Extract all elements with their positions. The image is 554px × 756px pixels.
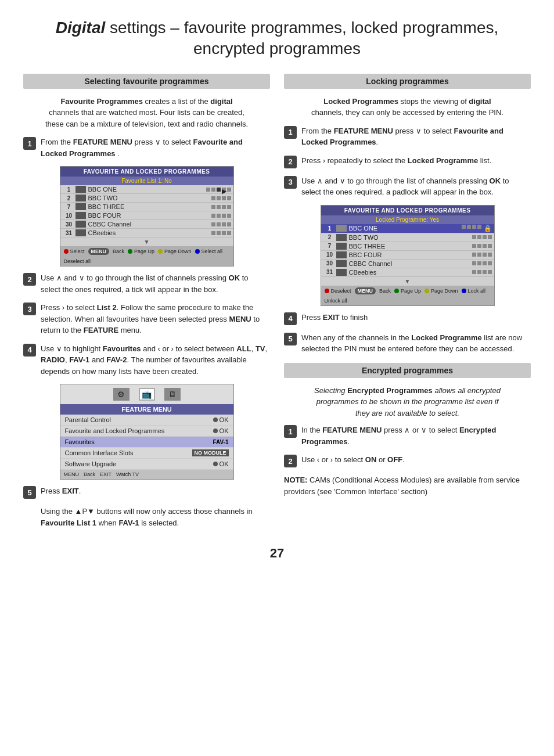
lock-step-num-2: 2 (284, 156, 297, 168)
page-number: 27 (23, 546, 531, 561)
step-num-5: 5 (23, 486, 36, 499)
right-intro: Locked Programmes stops the viewing of d… (284, 96, 531, 118)
step-num-3: 3 (23, 303, 36, 315)
menu-row-software: Software Upgrade OK (60, 459, 233, 470)
fav-row-7: 7 BBC THREE (60, 203, 233, 211)
right-step-4: 4 Press EXIT to finish (284, 312, 531, 325)
lock-step-text-2: Press › repeatedly to select the Locked … (301, 155, 491, 167)
locked-scroll-down: ▼ (321, 277, 494, 286)
lock-step-num-3: 3 (284, 176, 297, 189)
lock-step-text-3: Use ∧ and ∨ to go through the list of ch… (301, 175, 531, 198)
left-step-1: 1 From the FEATURE MENU press ∨ to selec… (23, 136, 270, 159)
locked-row-30: 30 CBBC Channel (321, 260, 494, 268)
intro-bold2: digital (210, 97, 232, 106)
lock-step-num-1: 1 (284, 126, 297, 139)
locked-panel-title: FAVOURITE AND LOCKED PROGRAMMES (321, 206, 494, 215)
locked-panel-footer: Deselect MENU Back Page Up Page Down Loc… (321, 286, 494, 305)
enc-step-text-1: In the FEATURE MENU press ∧ or ∨ to sele… (301, 424, 531, 447)
fav-row-31: 31 CBeebies (60, 229, 233, 237)
locked-row-7: 7 BBC THREE (321, 242, 494, 251)
step-text-5: Press EXIT. (41, 485, 81, 497)
feature-menu-panel: ⚙ 📺 🖥 FEATURE MENU Parental Control OK F… (60, 384, 234, 480)
step-num-4: 4 (23, 344, 36, 357)
locked-channel-list: 1 BBC ONE 🔒 2 BBC TWO (321, 224, 494, 286)
lock-step-num-5: 5 (284, 333, 297, 345)
locked-row-31: 31 CBeebies (321, 268, 494, 277)
icon-settings: ⚙ (113, 388, 129, 401)
right-section-header: Locking programmes (284, 74, 531, 89)
left-step-3: 3 Press › to select List 2. Follow the s… (23, 302, 270, 336)
title-bold: Digital (56, 19, 106, 37)
encrypted-section: Encrypted programmes Selecting Encrypted… (284, 363, 531, 498)
lock-step-text-4: Press EXIT to finish (301, 312, 368, 323)
right-step-5: 5 When any of the channels in the Locked… (284, 332, 531, 355)
left-section-header: Selecting favourite programmes (23, 74, 270, 89)
icon-monitor: 🖥 (164, 388, 181, 401)
lock-step-text-1: From the FEATURE MENU press ∨ to select … (301, 125, 531, 148)
step-text-3: Press › to select List 2. Follow the sam… (41, 302, 270, 336)
enc-step-2: 2 Use ‹ or › to select ON or OFF. (284, 454, 531, 467)
fav-row-10: 10 BBC FOUR (60, 211, 233, 220)
title-rest: settings – favourite programmes, locked … (105, 19, 498, 57)
fav-scroll-down: ▼ (60, 237, 233, 246)
fav-panel-title: FAVOURITE AND LOCKED PROGRAMMES (60, 167, 233, 177)
step-num-2: 2 (23, 273, 36, 286)
fav-row-30: 30 CBBC Channel (60, 220, 233, 229)
fav-channel-list: 1 BBC ONE ▶ 2 BBC TWO (60, 185, 233, 246)
feature-menu-footer: MENU Back EXIT Watch TV (60, 470, 233, 479)
locked-row-10: 10 BBC FOUR (321, 251, 494, 260)
right-step-1: 1 From the FEATURE MENU press ∨ to selec… (284, 125, 531, 148)
right-step-2: 2 Press › repeatedly to select the Locke… (284, 155, 531, 168)
left-intro: Favourite Programmes creates a list of t… (23, 96, 270, 130)
left-step-4: 4 Use ∨ to highlight Favourites and ‹ or… (23, 343, 270, 377)
fav-panel-footer: Select MENU Back Page Up Page Down Selec… (60, 246, 233, 266)
enc-step-1: 1 In the FEATURE MENU press ∧ or ∨ to se… (284, 424, 531, 447)
locked-panel-subtitle: Locked Programme: Yes (321, 215, 494, 224)
locked-row-2: 2 BBC TWO (321, 233, 494, 242)
fav-panel: FAVOURITE AND LOCKED PROGRAMMES Favourit… (60, 166, 234, 267)
intro-bold1: Favourite Programmes (60, 97, 143, 106)
locked-panel: FAVOURITE AND LOCKED PROGRAMMES Locked P… (321, 205, 495, 306)
step-text-1: From the FEATURE MENU press ∨ to select … (41, 136, 270, 159)
menu-row-parental: Parental Control OK (60, 415, 233, 426)
step-text-2: Use ∧ and ∨ to go through the list of ch… (41, 272, 270, 295)
menu-row-fav-locked: Favourite and Locked Programmes OK (60, 426, 233, 437)
feature-menu-title: FEATURE MENU (60, 404, 233, 415)
encrypted-intro: Selecting Encrypted Programmes allows al… (284, 385, 531, 419)
left-step-2: 2 Use ∧ and ∨ to go through the list of … (23, 272, 270, 295)
page-title: Digital settings – favourite programmes,… (23, 17, 531, 60)
menu-row-ci: Common Interface Slots NO MODULE (60, 448, 233, 459)
fav-panel-subtitle: Favourite List 1: No (60, 177, 233, 185)
main-content: Selecting favourite programmes Favourite… (23, 74, 531, 535)
fav-row-2: 2 BBC TWO (60, 194, 233, 203)
step-num-1: 1 (23, 137, 36, 150)
encrypted-section-header: Encrypted programmes (284, 363, 531, 378)
step-text-5b: Using the ▲P▼ buttons will now only acce… (41, 506, 270, 528)
step-text-4: Use ∨ to highlight Favourites and ‹ or ›… (41, 343, 270, 377)
note-block: NOTE: CAMs (Conditional Access Modules) … (284, 474, 531, 497)
menu-row-favourites: Favourites FAV-1 (60, 437, 233, 448)
enc-step-num-1: 1 (284, 425, 297, 438)
lock-step-num-4: 4 (284, 312, 297, 325)
left-column: Selecting favourite programmes Favourite… (23, 74, 270, 535)
enc-step-text-2: Use ‹ or › to select ON or OFF. (301, 454, 405, 466)
left-step-5: 5 Press EXIT. (23, 485, 270, 499)
fav-row-1: 1 BBC ONE ▶ (60, 185, 233, 194)
right-column: Locking programmes Locked Programmes sto… (284, 74, 531, 535)
right-step-3: 3 Use ∧ and ∨ to go through the list of … (284, 175, 531, 198)
icon-tv-selected: 📺 (139, 388, 155, 401)
feature-menu-icons: ⚙ 📺 🖥 (60, 384, 233, 404)
enc-step-num-2: 2 (284, 455, 297, 467)
locked-row-1: 1 BBC ONE 🔒 (321, 224, 494, 233)
lock-step-text-5: When any of the channels in the Locked P… (301, 332, 531, 355)
